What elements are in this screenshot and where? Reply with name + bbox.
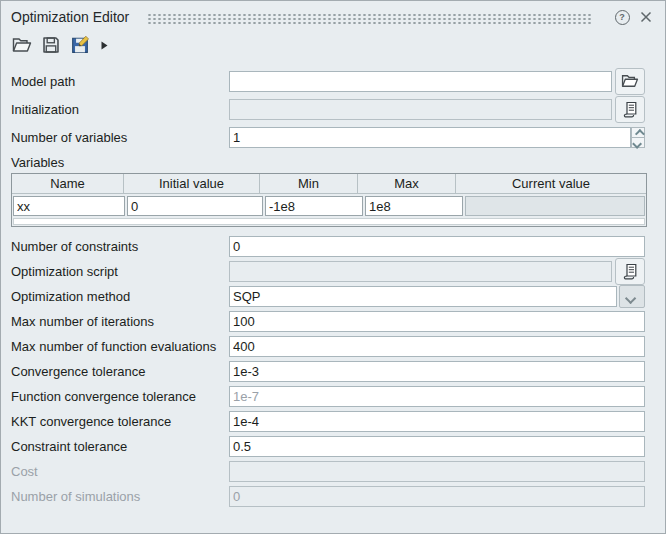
column-header-current-value: Current value (456, 174, 646, 194)
script-scroll-icon (623, 263, 638, 280)
function-convergence-tolerance-input[interactable] (229, 386, 645, 407)
function-convergence-tolerance-label: Function convergence tolerance (11, 389, 229, 404)
field-row-optimization-method: Optimization method (1, 284, 665, 309)
variable-min-cell[interactable] (265, 196, 363, 216)
variable-current-value-cell (465, 196, 645, 216)
constraint-tolerance-input[interactable] (229, 436, 645, 457)
more-arrow-icon (101, 41, 108, 50)
panel-title: Optimization Editor (11, 9, 129, 25)
column-header-initial-value: Initial value (124, 174, 260, 194)
variables-table: Name Initial value Min Max Current value (11, 173, 647, 227)
help-button[interactable]: ? (613, 8, 631, 26)
number-of-constraints-label: Number of constraints (11, 239, 229, 254)
max-iterations-input[interactable] (229, 311, 645, 332)
field-row-number-of-simulations: Number of simulations (1, 484, 665, 509)
model-path-input[interactable] (229, 71, 612, 92)
optimization-script-label: Optimization script (11, 264, 229, 279)
max-function-evaluations-label: Max number of function evaluations (11, 339, 229, 354)
cost-label: Cost (11, 464, 229, 479)
close-button[interactable] (637, 8, 655, 26)
optimization-method-label: Optimization method (11, 289, 229, 304)
spinner-down-button[interactable] (631, 138, 645, 148)
kkt-convergence-tolerance-input[interactable] (229, 411, 645, 432)
edit-initialization-script-button[interactable] (615, 96, 645, 123)
drag-handle-dots-icon[interactable] (147, 13, 593, 24)
optimization-method-input[interactable] (229, 286, 617, 307)
variable-max-cell[interactable] (365, 196, 463, 216)
field-row-max-function-evaluations: Max number of function evaluations (1, 334, 665, 359)
open-button[interactable] (11, 34, 33, 56)
script-scroll-icon (623, 101, 638, 118)
column-header-max: Max (358, 174, 456, 194)
field-row-max-iterations: Max number of iterations (1, 309, 665, 334)
field-row-model-path: Model path (1, 67, 665, 95)
spinner-up-button[interactable] (631, 127, 645, 138)
number-of-variables-spinner (631, 127, 645, 148)
max-iterations-label: Max number of iterations (11, 314, 229, 329)
save-icon (42, 36, 60, 54)
field-row-convergence-tolerance: Convergence tolerance (1, 359, 665, 384)
field-row-constraint-tolerance: Constraint tolerance (1, 434, 665, 459)
variable-initial-value-cell[interactable] (127, 196, 263, 216)
close-icon (640, 11, 652, 23)
edit-optimization-script-button[interactable] (615, 258, 645, 285)
field-row-cost: Cost (1, 459, 665, 484)
number-of-constraints-input[interactable] (229, 236, 645, 257)
variables-section-label: Variables (1, 151, 665, 170)
folder-open-icon (12, 37, 32, 53)
field-row-initialization: Initialization (1, 95, 665, 123)
browse-model-path-button[interactable] (615, 68, 645, 95)
form: Model path Initialization Number (1, 67, 665, 509)
number-of-variables-input[interactable] (229, 127, 631, 148)
variables-table-header: Name Initial value Min Max Current value (12, 174, 646, 194)
folder-open-icon (621, 74, 639, 88)
optimization-editor-panel: Optimization Editor ? (0, 0, 666, 534)
field-row-kkt-convergence-tolerance: KKT convergence tolerance (1, 409, 665, 434)
field-row-function-convergence-tolerance: Function convergence tolerance (1, 384, 665, 409)
number-of-variables-label: Number of variables (11, 130, 229, 145)
model-path-label: Model path (11, 74, 229, 89)
initialization-input (229, 99, 612, 120)
toolbar-more-button[interactable] (101, 41, 108, 50)
field-row-optimization-script: Optimization script (1, 259, 665, 284)
number-of-simulations-label: Number of simulations (11, 489, 229, 504)
table-empty-strip (13, 218, 645, 225)
optimization-method-dropdown-button[interactable] (619, 285, 645, 308)
column-header-min: Min (260, 174, 358, 194)
constraint-tolerance-label: Constraint tolerance (11, 439, 229, 454)
field-row-number-of-variables: Number of variables (1, 123, 665, 151)
save-as-button[interactable] (69, 34, 91, 56)
initialization-label: Initialization (11, 102, 229, 117)
chevron-down-icon (625, 292, 636, 303)
field-row-number-of-constraints: Number of constraints (1, 234, 665, 259)
max-function-evaluations-input[interactable] (229, 336, 645, 357)
number-of-simulations-input (229, 486, 645, 507)
cost-input (229, 461, 645, 482)
save-button[interactable] (40, 34, 62, 56)
panel-header: Optimization Editor ? (1, 1, 665, 31)
column-header-name: Name (12, 174, 124, 194)
kkt-convergence-tolerance-label: KKT convergence tolerance (11, 414, 229, 429)
table-row (12, 194, 646, 216)
variable-name-cell[interactable] (13, 196, 125, 216)
chevron-down-icon (632, 138, 642, 148)
optimization-script-input (229, 261, 612, 282)
help-icon: ? (615, 10, 630, 25)
convergence-tolerance-label: Convergence tolerance (11, 364, 229, 379)
save-as-icon (71, 36, 89, 54)
toolbar (1, 32, 665, 58)
convergence-tolerance-input[interactable] (229, 361, 645, 382)
